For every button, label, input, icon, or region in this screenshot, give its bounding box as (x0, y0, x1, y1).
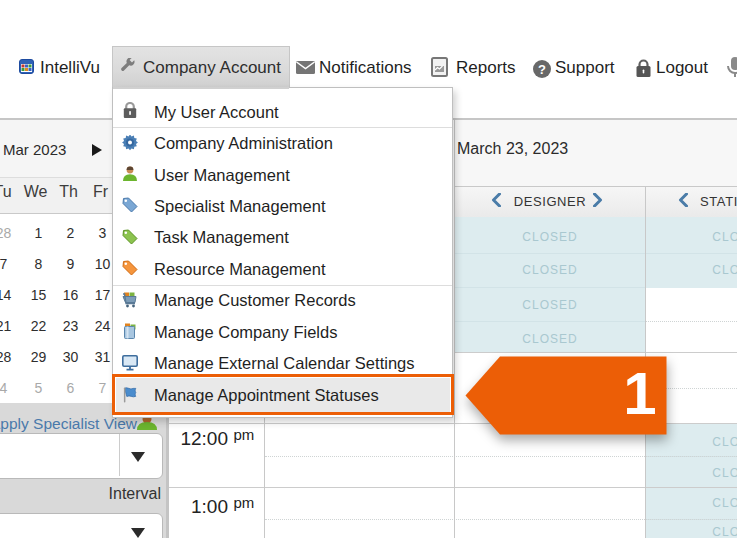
svg-text:?: ? (538, 62, 546, 77)
svg-text:1: 1 (623, 360, 656, 427)
